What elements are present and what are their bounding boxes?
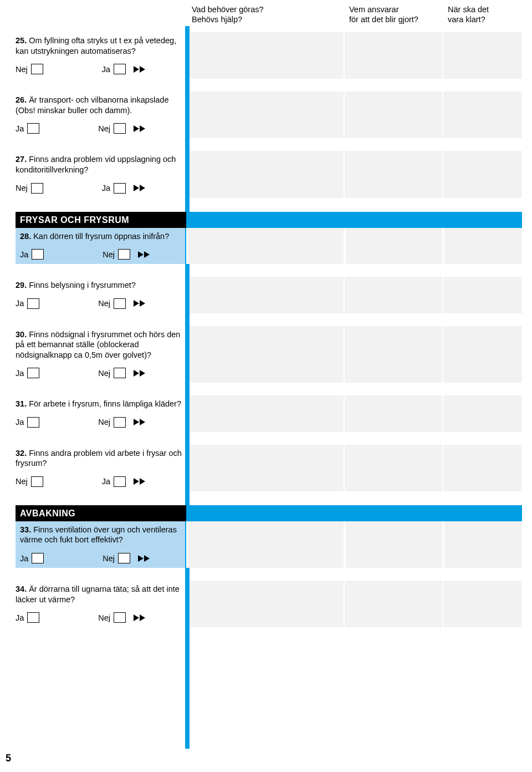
question-32-text: 32. Finns andra problem vid arbete i fry… — [16, 448, 182, 469]
arrow-icon — [134, 614, 147, 621]
question-25-row: 25. Om fyllning ofta stryks ut t ex på v… — [16, 32, 522, 79]
q31-no-checkbox[interactable] — [114, 417, 126, 428]
arrow-icon — [134, 66, 147, 73]
q34-no-checkbox[interactable] — [114, 612, 126, 623]
q26-no-label: Nej — [98, 124, 110, 133]
q29-no-checkbox[interactable] — [114, 298, 126, 309]
question-29-row: 29. Finns belysning i frysrummet? Ja Nej — [16, 277, 522, 313]
q28-yes-label: Ja — [20, 250, 28, 259]
question-34-row: 34. Är dörrarna till ugnarna täta; så at… — [16, 581, 522, 627]
q34-yes-checkbox[interactable] — [27, 612, 39, 623]
q29-no-label: Nej — [98, 299, 110, 308]
q25-no-label: Nej — [16, 65, 28, 74]
header-col-a: Vad behöver göras? Behövs hjälp? — [187, 4, 344, 30]
q32-yes-checkbox[interactable] — [114, 476, 126, 487]
q31-yes-label: Ja — [16, 418, 24, 426]
question-30-text: 30. Finns nödsignal i frysrummet och hör… — [16, 329, 182, 360]
question-27-row: 27. Finns andra problem vid uppslag­ning… — [16, 151, 522, 197]
arrow-icon — [134, 185, 147, 191]
q26-yes-checkbox[interactable] — [27, 123, 39, 134]
q29-yes-label: Ja — [16, 299, 24, 308]
question-32-row: 32. Finns andra problem vid arbete i fry… — [16, 445, 522, 491]
arrow-icon — [134, 419, 147, 425]
arrow-icon — [134, 300, 147, 307]
question-25-text: 25. Om fyllning ofta stryks ut t ex på v… — [16, 35, 182, 56]
section-avbakning: AVBAKNING — [16, 505, 522, 521]
q30-yes-checkbox[interactable] — [27, 368, 39, 378]
question-30-row: 30. Finns nödsignal i frysrummet och hör… — [16, 326, 522, 383]
question-28-text: 28. Kan dörren till frysrum öppnas inifr… — [20, 231, 182, 242]
q27-yes-checkbox[interactable] — [114, 183, 126, 194]
q25-yes-label: Ja — [102, 65, 110, 74]
q33-yes-label: Ja — [20, 554, 28, 563]
q33-yes-checkbox[interactable] — [32, 553, 44, 563]
q31-no-label: Nej — [98, 418, 110, 426]
q32-no-checkbox[interactable] — [31, 476, 43, 487]
arrow-icon — [134, 478, 147, 485]
arrow-icon — [134, 370, 147, 377]
q34-yes-label: Ja — [16, 613, 24, 622]
q25-no-checkbox[interactable] — [31, 64, 43, 74]
q30-no-checkbox[interactable] — [114, 368, 126, 378]
arrow-icon — [134, 125, 147, 132]
question-33-row: 33. Finns ventilation över ugn och ven­t… — [16, 521, 522, 568]
q26-no-checkbox[interactable] — [114, 123, 126, 134]
q28-no-checkbox[interactable] — [118, 249, 130, 260]
section-avbakning-label: AVBAKNING — [16, 505, 186, 521]
q27-no-checkbox[interactable] — [31, 183, 43, 194]
header-col-b: Vem ansvarar för att det blir gjort? — [345, 4, 442, 30]
question-34-text: 34. Är dörrarna till ugnarna täta; så at… — [16, 584, 182, 605]
header-col-c: När ska det vara klart? — [443, 4, 522, 30]
page-number: 5 — [6, 753, 11, 764]
q34-no-label: Nej — [98, 613, 110, 622]
arrow-icon — [138, 251, 151, 258]
arrow-icon — [138, 555, 151, 562]
q28-no-label: Nej — [103, 250, 115, 259]
question-33-text: 33. Finns ventilation över ugn och ven­t… — [20, 525, 182, 545]
q25-yes-checkbox[interactable] — [114, 64, 126, 74]
section-frysar-label: FRYSAR OCH FRYSRUM — [16, 212, 186, 228]
q27-no-label: Nej — [16, 184, 28, 192]
q32-yes-label: Ja — [102, 477, 110, 486]
question-31-row: 31. För arbete i frysrum, finns lämpli­g… — [16, 395, 522, 432]
q29-yes-checkbox[interactable] — [27, 298, 39, 309]
q28-yes-checkbox[interactable] — [32, 249, 44, 260]
page: Vad behöver göras? Behövs hjälp? Vem ans… — [0, 0, 532, 772]
q27-yes-label: Ja — [102, 184, 110, 192]
q30-yes-label: Ja — [16, 369, 24, 378]
question-26-text: 26. Är transport- och vilbanorna inkapsl… — [16, 95, 182, 115]
question-29-text: 29. Finns belysning i frysrummet? — [16, 280, 182, 291]
vertical-stripe — [185, 26, 190, 749]
table-header: Vad behöver göras? Behövs hjälp? Vem ans… — [16, 4, 522, 30]
question-28-row: 28. Kan dörren till frysrum öppnas inifr… — [16, 228, 522, 265]
q30-no-label: Nej — [98, 369, 110, 378]
q33-no-checkbox[interactable] — [118, 553, 130, 563]
q31-yes-checkbox[interactable] — [27, 417, 39, 428]
q32-no-label: Nej — [16, 477, 28, 486]
question-27-text: 27. Finns andra problem vid uppslag­ning… — [16, 154, 182, 175]
q33-no-label: Nej — [103, 554, 115, 563]
question-31-text: 31. För arbete i frysrum, finns lämpli­g… — [16, 399, 182, 409]
question-26-row: 26. Är transport- och vilbanorna inkapsl… — [16, 92, 522, 138]
q26-yes-label: Ja — [16, 124, 24, 133]
section-frysar: FRYSAR OCH FRYSRUM — [16, 212, 522, 228]
